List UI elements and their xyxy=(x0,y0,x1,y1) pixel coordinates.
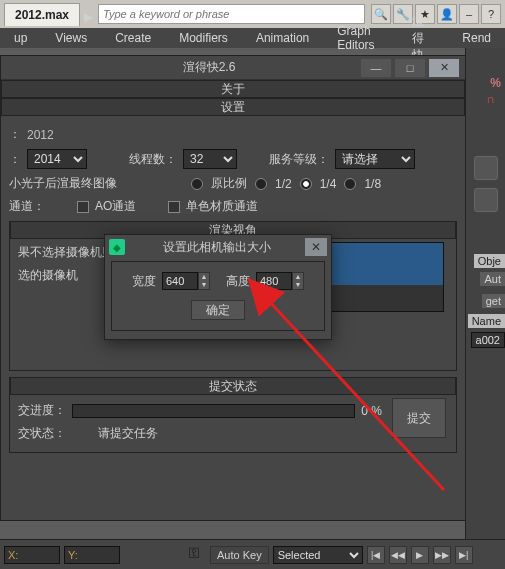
vray-version-select[interactable]: 2014 xyxy=(27,149,87,169)
ratio-original-radio[interactable] xyxy=(191,178,203,190)
goto-end-button[interactable]: ▶| xyxy=(455,546,473,564)
ao-channel-label: AO通道 xyxy=(95,198,136,215)
service-label: 服务等级： xyxy=(269,151,329,168)
submit-button[interactable]: 提交 xyxy=(392,398,446,438)
next-frame-button[interactable]: ▶▶ xyxy=(433,546,451,564)
threads-select[interactable]: 32 xyxy=(183,149,237,169)
panel-icon-1[interactable] xyxy=(474,156,498,180)
play-button[interactable]: ▶ xyxy=(411,546,429,564)
ratio-2-label: 1/2 xyxy=(275,177,292,191)
autokey-button[interactable]: Auto Key xyxy=(210,546,269,564)
selected-camera-label: 选的摄像机 xyxy=(18,267,78,284)
dialog-app-icon: ◆ xyxy=(109,239,125,255)
menu-rendering[interactable]: Rend xyxy=(448,29,505,47)
progress-label: 交进度： xyxy=(18,402,66,419)
close-button[interactable]: ✕ xyxy=(429,59,459,77)
channel-label: 通道： xyxy=(9,198,45,215)
plugin-title: 渲得快2.6 xyxy=(57,59,361,76)
ratio-4-label: 1/4 xyxy=(320,177,337,191)
plugin-titlebar: 渲得快2.6 — □ ✕ xyxy=(1,56,465,80)
height-label: 高度 xyxy=(226,273,250,290)
width-input[interactable] xyxy=(162,272,198,290)
help-icon[interactable]: ? xyxy=(481,4,501,24)
search-input[interactable] xyxy=(98,4,365,24)
panel-obj-label: Obje xyxy=(474,254,505,268)
progress-bar xyxy=(72,404,355,418)
status-label: 交状态： xyxy=(18,425,66,442)
ao-channel-checkbox[interactable] xyxy=(77,201,89,213)
singlecolor-label: 单色材质通道 xyxy=(186,198,258,215)
percent-label: % xyxy=(490,76,501,90)
search-container xyxy=(98,4,365,24)
maximize-button[interactable]: □ xyxy=(395,59,425,77)
minimize-button[interactable]: — xyxy=(361,59,391,77)
ratio-4-radio[interactable] xyxy=(300,178,312,190)
threads-label: 线程数： xyxy=(129,151,177,168)
menu-up[interactable]: up xyxy=(0,29,41,47)
right-command-panel: % ∩ xyxy=(465,48,505,569)
menu-views[interactable]: Views xyxy=(41,29,101,47)
singlecolor-checkbox[interactable] xyxy=(168,201,180,213)
ratio-original-label: 原比例 xyxy=(211,175,247,192)
ratio-8-label: 1/8 xyxy=(364,177,381,191)
width-spinner[interactable]: ▲▼ xyxy=(198,272,210,290)
height-input[interactable] xyxy=(256,272,292,290)
dialog-close-button[interactable]: ✕ xyxy=(305,238,327,256)
small-photon-label: 小光子后渲最终图像 xyxy=(9,175,117,192)
menu-graph-editors[interactable]: Graph Editors xyxy=(323,22,397,54)
ok-button[interactable]: 确定 xyxy=(191,300,245,320)
panel-aut-label: Aut xyxy=(480,272,505,286)
coord-y[interactable]: Y: xyxy=(64,546,120,564)
file-version-value: 2012 xyxy=(27,128,54,142)
menu-animation[interactable]: Animation xyxy=(242,29,323,47)
progress-value: 0 % xyxy=(361,404,382,418)
output-size-dialog: ◆ 设置此相机输出大小 ✕ 宽度 ▲▼ 高度 ▲▼ 确定 xyxy=(104,234,332,340)
ratio-2-radio[interactable] xyxy=(255,178,267,190)
status-value: 请提交任务 xyxy=(98,425,158,442)
menu-modifiers[interactable]: Modifiers xyxy=(165,29,242,47)
dialog-title: 设置此相机输出大小 xyxy=(129,239,305,256)
binoculars-icon[interactable]: 🔍 xyxy=(371,4,391,24)
menubar: up Views Create Modifiers Animation Grap… xyxy=(0,28,505,48)
file-tab[interactable]: 2012.max xyxy=(4,3,80,26)
key-mode-select[interactable]: Selected xyxy=(273,546,363,564)
panel-get-label: get xyxy=(482,294,505,308)
panel-name-label: Name xyxy=(468,314,505,328)
goto-start-button[interactable]: |◀ xyxy=(367,546,385,564)
section-about[interactable]: 关于 xyxy=(1,80,465,98)
key-icon[interactable]: ⚿ xyxy=(188,546,206,564)
width-label: 宽度 xyxy=(132,273,156,290)
coord-x[interactable]: X: xyxy=(4,546,60,564)
service-level-select[interactable]: 请选择 xyxy=(335,149,415,169)
statusbar: X: Y: ⚿ Auto Key Selected |◀ ◀◀ ▶ ▶▶ ▶| xyxy=(0,539,505,569)
panel-icon-2[interactable] xyxy=(474,188,498,212)
prev-frame-button[interactable]: ◀◀ xyxy=(389,546,407,564)
section-settings[interactable]: 设置 xyxy=(1,98,465,116)
ratio-8-radio[interactable] xyxy=(344,178,356,190)
no-camera-hint: 果不选择摄像机则 xyxy=(18,244,114,261)
submit-status-group: 提交状态 交进度： 0 % 交状态： 请提交任务 提交 xyxy=(9,377,457,453)
submit-status-legend: 提交状态 xyxy=(10,377,456,395)
magnet-icon[interactable]: ∩ xyxy=(486,92,495,106)
height-spinner[interactable]: ▲▼ xyxy=(292,272,304,290)
dash-icon[interactable]: – xyxy=(459,4,479,24)
menu-create[interactable]: Create xyxy=(101,29,165,47)
panel-a002-value: a002 xyxy=(471,332,505,348)
